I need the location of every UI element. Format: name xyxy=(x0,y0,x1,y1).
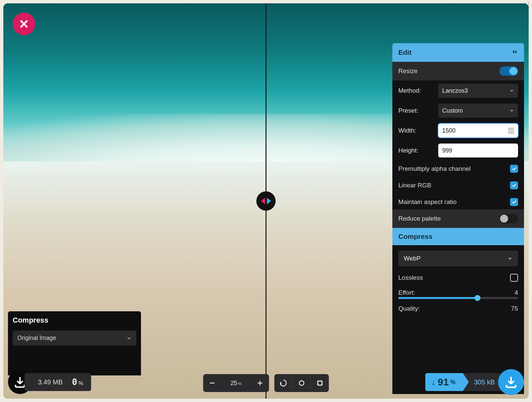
quality-value: 75 xyxy=(511,305,518,312)
resize-form: Method: Lanczos3 Preset: Custom Width: 1… xyxy=(392,80,524,209)
height-label: Height: xyxy=(398,147,418,154)
zoom-in-button[interactable] xyxy=(251,374,269,392)
premultiply-checkbox[interactable] xyxy=(510,165,518,173)
method-label: Method: xyxy=(398,87,421,94)
collapse-icon xyxy=(511,49,518,55)
svg-point-0 xyxy=(299,381,304,385)
premultiply-label: Premultiply alpha channel xyxy=(398,165,471,172)
effort-value: 4 xyxy=(514,289,518,296)
left-compress-panel: Compress Original Image xyxy=(8,311,141,375)
close-button[interactable] xyxy=(13,13,35,35)
height-input[interactable]: 999 xyxy=(438,144,518,157)
compress-section-header: Compress xyxy=(392,228,524,245)
linear-rgb-checkbox[interactable] xyxy=(510,181,518,189)
resize-toggle[interactable] xyxy=(499,66,518,76)
chevron-down-icon xyxy=(509,88,514,93)
aspect-label: Maintain aspect ratio xyxy=(398,198,457,206)
lossless-checkbox[interactable] xyxy=(510,274,518,282)
original-size: 3.49 MB xyxy=(38,378,63,386)
resize-section-row: Resize xyxy=(392,62,524,80)
zoom-out-button[interactable] xyxy=(203,374,221,392)
method-select[interactable]: Lanczos3 xyxy=(438,84,518,98)
lossless-label: Lossless xyxy=(398,274,423,281)
minus-icon xyxy=(208,379,216,387)
aspect-checkbox[interactable] xyxy=(510,198,518,206)
quality-label: Quality: xyxy=(398,305,420,312)
fit-button[interactable] xyxy=(293,374,311,392)
source-select-value: Original Image xyxy=(17,335,56,342)
chevron-down-icon xyxy=(507,256,513,261)
width-label: Width: xyxy=(398,127,416,134)
linear-rgb-label: Linear RGB xyxy=(398,182,431,189)
original-delta: 0% xyxy=(72,377,83,387)
effort-label: Effort: xyxy=(398,289,415,296)
triangle-left-icon xyxy=(261,198,265,204)
compress-form: WebP Lossless Effort: 4 Quality: 75 xyxy=(392,245,524,312)
source-select[interactable]: Original Image xyxy=(13,331,136,346)
width-input[interactable]: 1500 xyxy=(438,124,518,138)
left-panel-title: Compress xyxy=(13,316,136,325)
original-stats: 3.49 MB 0% xyxy=(25,373,91,391)
check-icon xyxy=(511,199,517,205)
sidebar-header: Edit xyxy=(392,43,524,62)
crop-button[interactable] xyxy=(311,374,329,392)
plus-icon xyxy=(256,379,264,387)
compare-handle[interactable] xyxy=(256,191,276,211)
download-icon xyxy=(504,375,518,389)
rotate-button[interactable] xyxy=(274,374,292,392)
edit-sidebar: Edit Resize Method: Lanczos3 Preset: Cus… xyxy=(392,43,524,394)
triangle-right-icon xyxy=(267,198,271,204)
crop-icon xyxy=(316,379,324,387)
right-footer: ↓ 91% 305 kB xyxy=(425,370,524,394)
chevron-down-icon xyxy=(509,108,514,113)
resize-label: Resize xyxy=(398,67,418,75)
zoom-level[interactable]: 25% xyxy=(221,380,251,387)
format-select[interactable]: WebP xyxy=(398,251,518,266)
check-icon xyxy=(511,183,517,188)
svg-rect-1 xyxy=(318,381,322,385)
effort-slider[interactable] xyxy=(398,297,518,299)
zoom-toolbar: 25% xyxy=(203,374,329,392)
app-frame: Compress Original Image 3.49 MB 0% 25% xyxy=(3,3,529,399)
close-icon xyxy=(18,18,30,30)
download-output-button[interactable] xyxy=(498,369,524,395)
circle-icon xyxy=(298,379,306,387)
reduce-palette-toggle[interactable] xyxy=(499,214,518,223)
check-icon xyxy=(511,166,517,171)
arrow-down-icon: ↓ xyxy=(431,377,436,387)
chevron-down-icon xyxy=(126,336,132,341)
sidebar-collapse-button[interactable] xyxy=(511,49,518,57)
rotate-icon xyxy=(279,379,287,387)
sidebar-title: Edit xyxy=(398,49,412,56)
savings-badge: ↓ 91% xyxy=(425,373,463,391)
stepper-icon[interactable] xyxy=(508,128,514,134)
preset-label: Preset: xyxy=(398,107,418,114)
left-footer: 3.49 MB 0% xyxy=(8,370,91,394)
reduce-palette-label: Reduce palette xyxy=(398,215,441,222)
reduce-palette-row: Reduce palette xyxy=(392,209,524,228)
preset-select[interactable]: Custom xyxy=(438,104,518,118)
